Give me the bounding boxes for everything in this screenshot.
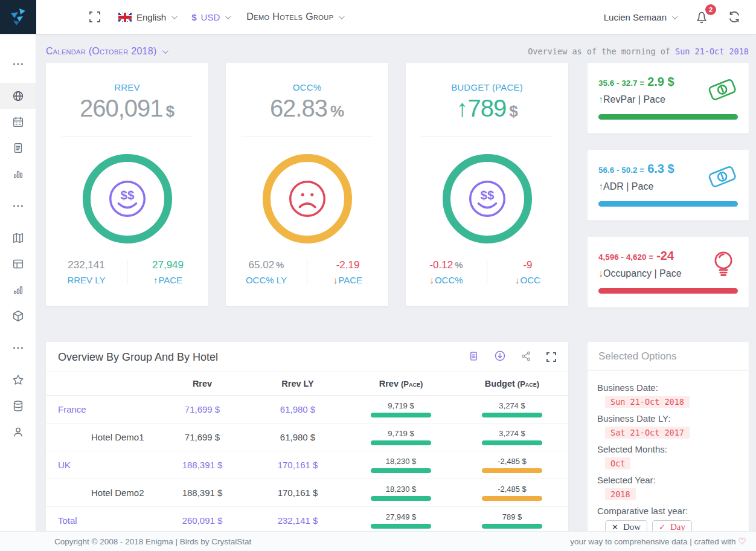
overview-prefix: Overview as of the morning of [528,47,670,56]
row-name[interactable]: Total [46,515,155,526]
money-bill-icon [704,160,740,196]
language-dropdown[interactable]: English [118,12,176,22]
sidebar-item-analytics[interactable] [0,277,36,303]
hotel-group-dropdown[interactable]: Demo Hotels Group [246,11,343,22]
cell-rrev-ly: 170,161 $ [250,488,345,498]
cell-budget-pace: 789 $ [456,512,568,529]
svg-text:$$: $$ [480,188,494,202]
table-toolbar [453,350,556,364]
row-name[interactable]: UK [46,460,155,470]
report-button[interactable] [468,350,479,364]
pace-card-revpar: 35.6 - 32.7 =2.9 $ ↑RevPar | Pace [588,63,749,134]
selected-options-card: Selected Options Business Date: Sun 21-O… [588,342,749,531]
pace-cards-column: 35.6 - 32.7 =2.9 $ ↑RevPar | Pace 56.6 [588,63,749,324]
stat-value: -0.12 [429,259,453,271]
cell-rrev-pace: 27,949 $ [345,512,456,529]
table-row-hotel-demo2[interactable]: Hotel Demo2 188,391 $ 170,161 $ 18,230 $… [46,479,568,507]
happy-dollar-face-icon: $$ [104,175,151,222]
sidebar-item-more-3[interactable] [0,335,36,361]
option-value: Sat 21-Oct 2017 [605,427,690,439]
pace-progress-bar [598,114,738,120]
copyright-text: Copyright © 2008 - 2018 Enigma | Birds b… [54,537,251,546]
expand-button[interactable] [546,352,556,362]
sidebar-item-report[interactable] [0,135,36,161]
sidebar-item-packages[interactable] [0,303,36,329]
option-label: Comparative last year: [597,506,739,516]
page-header: Calendar (October 2018) Overview as of t… [46,41,749,62]
notifications-button[interactable]: 2 [694,10,709,24]
sad-face-icon [284,175,331,222]
heart-icon: ♡ [738,536,746,546]
ellipsis-icon [11,341,25,355]
column-header-rrev[interactable]: Rrev [155,379,250,388]
kpi-stat: 232,141 RREV LY [46,259,127,285]
sidebar-item-database[interactable] [0,393,36,419]
kpi-card-rrev: RREV 260,091$ $$ 232,141 RREV LY [46,63,208,306]
sidebar-item-charts[interactable] [0,161,36,187]
cell-budget-pace: 3,274 $ [456,401,568,417]
selected-options-title: Selected Options [588,342,749,371]
kpi-value: ↑789$ [406,95,568,122]
day-toggle-button[interactable]: ✓Day [652,520,692,531]
sidebar-item-more-2[interactable] [0,193,36,219]
up-arrow-icon: ↑ [153,275,158,285]
kpi-card-budget-pace: BUDGET (PACE) ↑789$ $$ -0.12% ↓OCC% [406,63,568,306]
stat-label: PACE [158,275,182,285]
row-name[interactable]: France [46,404,155,414]
app-logo[interactable] [0,0,36,34]
kpi-value-unit: $ [166,102,175,120]
row-name[interactable]: Hotel Demo1 [46,432,155,442]
chevron-down-icon [171,13,178,19]
down-arrow-icon: ↓ [598,268,603,279]
user-menu-dropdown[interactable]: Lucien Semaan [604,12,676,22]
refresh-button[interactable] [727,10,742,24]
row-name[interactable]: Hotel Demo2 [46,488,155,498]
dow-toggle-button[interactable]: ✕Dow [605,520,647,531]
table-row-total[interactable]: Total 260,091 $ 232,141 $ 27,949 $ 789 $ [46,507,568,531]
fullscreen-button[interactable] [89,11,100,22]
down-arrow-icon: ↓ [515,275,520,285]
column-header-budget-pace[interactable]: Budget(Pace) [456,379,568,388]
notification-count-badge: 2 [705,4,716,15]
sidebar-item-overview[interactable] [0,83,36,109]
sidebar-item-layout[interactable] [0,251,36,277]
stat-label: OCC% [435,275,463,285]
sidebar-item-profile[interactable] [0,419,36,445]
stat-label: PACE [338,275,362,285]
kpi-stats: 65.02% OCC% LY -2.19 ↓PACE [226,259,388,285]
calendar-dropdown[interactable]: Calendar (October 2018) [46,46,167,57]
kpi-card-occ: OCC% 62.83% 65.02% OCC% LY [226,63,388,306]
sidebar-item-more-1[interactable] [0,51,36,77]
table-row-group-uk[interactable]: UK 188,391 $ 170,161 $ 18,230 $ -2,485 $ [46,451,568,479]
cell-rrev-pace: 9,719 $ [345,429,456,445]
pace-expression: 56.6 - 50.2 = [598,166,644,175]
sidebar-item-favorites[interactable] [0,367,36,393]
sidebar-item-calendar[interactable] [0,109,36,135]
cell-rrev-ly: 61,980 $ [250,404,345,414]
table-row-hotel-demo1[interactable]: Hotel Demo1 71,699 $ 61,980 $ 9,719 $ 3,… [46,424,568,451]
pace-expression: 4,596 - 4,620 = [598,253,653,262]
export-button[interactable] [494,350,506,364]
share-button[interactable] [521,350,532,364]
column-header-rrev-pace[interactable]: Rrev(Pace) [345,379,456,388]
table-title: Overview By Group And By Hotel [58,351,218,364]
column-header-rrev-ly[interactable]: Rrev LY [250,379,345,388]
report-icon [468,350,479,362]
map-icon [11,231,25,245]
currency-dropdown[interactable]: $ USD [191,12,229,22]
footer: Copyright © 2008 - 2018 Enigma | Birds b… [0,531,756,551]
pace-bar [371,468,431,473]
pace-bar [482,468,542,473]
overview-note: Overview as of the morning of Sun 21-Oct… [528,47,749,56]
up-arrow-icon: ↑ [598,181,603,192]
pace-card-occupancy: 4,596 - 4,620 =-24 ↓Occupancy | Pace [588,237,749,308]
table-row-group-france[interactable]: France 71,699 $ 61,980 $ 9,719 $ 3,274 $ [46,396,568,424]
menu-toggle-button[interactable] [53,13,69,21]
overview-date: Sun 21-Oct 2018 [675,47,749,56]
refresh-icon [727,10,742,24]
stat-value: 65.02 [249,259,275,271]
divider [242,137,373,137]
sidebar-item-map[interactable] [0,225,36,251]
up-arrow-icon: ↑ [456,95,467,121]
pace-bar [482,413,542,417]
